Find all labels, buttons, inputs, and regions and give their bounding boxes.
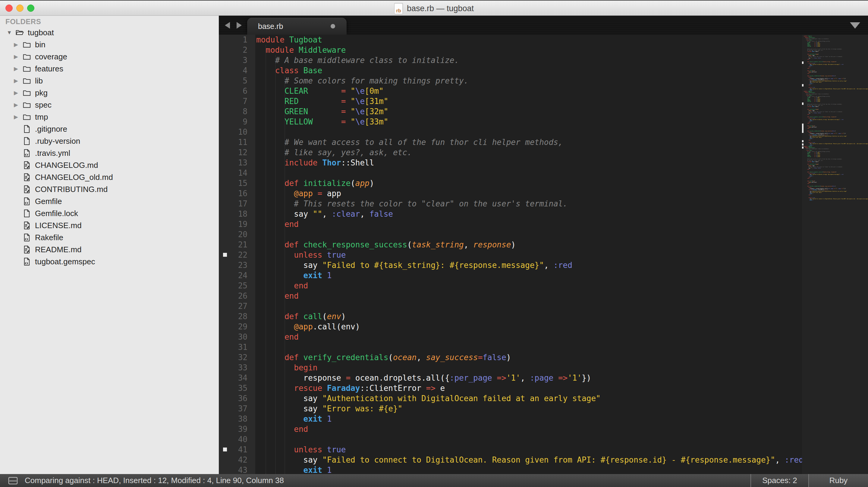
code-line[interactable]: 24 exit 1 (219, 270, 802, 280)
code-line[interactable]: 16 @app = app (219, 188, 802, 199)
sidebar-item-tmp[interactable]: ▶tmp (0, 111, 219, 123)
code-line[interactable]: 12 # like say, yes?, ask, etc. (219, 147, 802, 158)
code-line[interactable]: 26 end (219, 291, 802, 301)
code-text (255, 342, 256, 352)
editor-pane: base.rb 1module Tugboat2 module Middlewa… (219, 16, 868, 474)
code-line[interactable]: 37 say "Error was: #{e}" (219, 403, 802, 414)
disclosure-collapsed-icon[interactable]: ▶ (14, 78, 22, 84)
code-line[interactable]: 2 module Middleware (219, 45, 802, 55)
code-line[interactable]: 21 def check_response_success(task_strin… (219, 240, 802, 250)
code-line[interactable]: 40 (219, 434, 802, 445)
code-line[interactable]: 20 (219, 229, 802, 240)
gutter: 21 (219, 240, 255, 250)
sidebar-item-license-md[interactable]: LICENSE.md (0, 219, 219, 232)
code-line[interactable]: 34 response = ocean.droplets.all({:per_p… (219, 373, 802, 383)
sidebar-item-root-tugboat[interactable]: ▼tugboat (0, 27, 219, 38)
code-line[interactable]: 10 (219, 127, 802, 137)
sidebar-item-gemfile[interactable]: Gemfile (0, 195, 219, 207)
code-line[interactable]: 32 def verify_credentials(ocean, say_suc… (219, 352, 802, 363)
sidebar-item-spec[interactable]: ▶spec (0, 99, 219, 111)
sidebar-item-changelog-md[interactable]: CHANGELOG.md (0, 159, 219, 171)
gutter: 25 (219, 280, 255, 291)
code-line[interactable]: 19 end (219, 219, 802, 229)
code-text: exit 1 (255, 414, 332, 424)
code-line[interactable]: 29 @app.call(env) (219, 322, 802, 332)
tab-base-rb[interactable]: base.rb (247, 18, 347, 35)
code-line[interactable]: 28 def call(env) (219, 311, 802, 322)
code-line[interactable]: 31 (219, 342, 802, 352)
gutter: 9 (219, 117, 255, 127)
code-line[interactable]: 36 say "Authentication with DigitalOcean… (219, 393, 802, 403)
sidebar-item-readme-md[interactable]: README.md (0, 243, 219, 255)
sidebar-item-lib[interactable]: ▶lib (0, 75, 219, 87)
code-line[interactable]: 33 begin (219, 363, 802, 373)
code-text: response = ocean.droplets.all({:per_page… (255, 373, 591, 383)
code-line[interactable]: 14 (219, 168, 802, 178)
indentation-label: Spaces: 2 (762, 476, 797, 485)
tab-overflow-icon[interactable] (850, 22, 860, 29)
code-line[interactable]: 23 say "Failed to #{task_string}: #{resp… (219, 260, 802, 270)
gutter: 20 (219, 229, 255, 240)
code-line[interactable]: 15 def initialize(app) (219, 178, 802, 188)
code-line[interactable]: 42 say "Failed to connect to DigitalOcea… (219, 455, 802, 465)
sidebar-item-gemfile-lock[interactable]: Gemfile.lock (0, 207, 219, 219)
code-line[interactable]: 13 include Thor::Shell (219, 158, 802, 168)
gutter: 27 (219, 301, 255, 311)
code-line[interactable]: 43 exit 1 (219, 465, 802, 474)
code-line[interactable]: 6 CLEAR = "\e[0m" (219, 86, 802, 96)
disclosure-expanded-icon[interactable]: ▼ (7, 30, 15, 36)
code-lines[interactable]: 1module Tugboat2 module Middleware3 # A … (219, 35, 802, 474)
line-number: 39 (238, 424, 247, 434)
indent-guide (275, 55, 276, 474)
forward-icon[interactable] (237, 22, 242, 29)
code-line[interactable]: 1module Tugboat (219, 35, 802, 45)
sidebar-item-label: coverage (35, 52, 67, 61)
code-line[interactable]: 27 (219, 301, 802, 311)
sidebar-item--ruby-version[interactable]: .ruby-version (0, 135, 219, 147)
sidebar-item-tugboat-gemspec[interactable]: tugboat.gemspec (0, 255, 219, 268)
gutter: 23 (219, 260, 255, 270)
code-text: exit 1 (255, 270, 332, 280)
code-line[interactable]: 25 end (219, 280, 802, 291)
disclosure-collapsed-icon[interactable]: ▶ (14, 101, 22, 108)
code-line[interactable]: 4 class Base (219, 65, 802, 75)
code-line[interactable]: 17 # This resets the color to "clear" on… (219, 199, 802, 209)
back-icon[interactable] (225, 22, 230, 29)
code-editor[interactable]: 1module Tugboat2 module Middleware3 # A … (219, 35, 868, 474)
code-line[interactable]: 35 rescue Faraday::ClientError => e (219, 383, 802, 393)
code-line[interactable]: 8 GREEN = "\e[32m" (219, 106, 802, 117)
disclosure-collapsed-icon[interactable]: ▶ (14, 114, 22, 120)
sidebar-item--gitignore[interactable]: .gitignore (0, 123, 219, 135)
code-line[interactable]: 7 RED = "\e[31m" (219, 96, 802, 106)
sidebar-item-contributing-md[interactable]: CONTRIBUTING.md (0, 183, 219, 195)
disclosure-collapsed-icon[interactable]: ▶ (14, 65, 22, 72)
sidebar-item-coverage[interactable]: ▶coverage (0, 51, 219, 63)
sidebar-item-bin[interactable]: ▶bin (0, 38, 219, 51)
sidebar-item-rakefile[interactable]: Rakefile (0, 232, 219, 243)
sidebar-item-pkg[interactable]: ▶pkg (0, 87, 219, 99)
gutter: 15 (219, 178, 255, 188)
code-line[interactable]: 9 YELLOW = "\e[33m" (219, 117, 802, 127)
code-line[interactable]: 18 say "", :clear, false (219, 209, 802, 219)
code-line[interactable]: 3 # A base middleware class to initalize… (219, 55, 802, 65)
code-line[interactable]: 22 unless true (219, 250, 802, 260)
disclosure-collapsed-icon[interactable]: ▶ (14, 90, 22, 96)
line-number: 13 (238, 158, 247, 168)
code-text: end (255, 291, 299, 301)
sidebar-item-label: bin (35, 40, 45, 50)
disclosure-collapsed-icon[interactable]: ▶ (14, 53, 22, 60)
code-line[interactable]: 38 exit 1 (219, 414, 802, 424)
panel-toggle-icon[interactable] (8, 477, 18, 484)
code-line[interactable]: 39 end (219, 424, 802, 434)
code-line[interactable]: 5 # Some colors for making things pretty… (219, 75, 802, 86)
sidebar-item-changelog-old-md[interactable]: CHANGELOG_old.md (0, 171, 219, 183)
indentation-setting[interactable]: Spaces: 2 (750, 474, 808, 487)
code-line[interactable]: 30 end (219, 332, 802, 342)
disclosure-collapsed-icon[interactable]: ▶ (14, 41, 22, 48)
sidebar-item--travis-yml[interactable]: .travis.yml (0, 147, 219, 159)
code-line[interactable]: 41 unless true (219, 445, 802, 455)
sidebar-item-features[interactable]: ▶features (0, 63, 219, 75)
minimap[interactable]: module Tugboat module Middleware # A bas… (802, 35, 868, 474)
code-line[interactable]: 11 # We want access to all of the fun th… (219, 137, 802, 147)
syntax-setting[interactable]: Ruby (808, 474, 868, 487)
